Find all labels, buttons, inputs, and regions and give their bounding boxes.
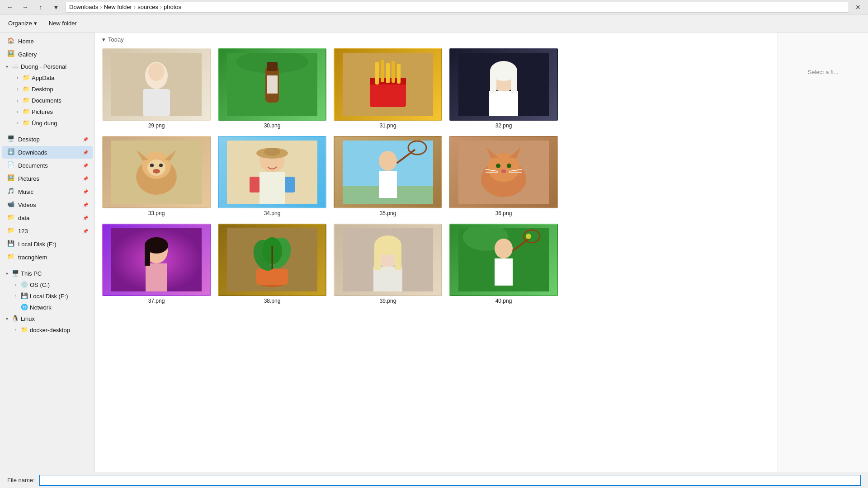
section-expand-icon[interactable]: ▾	[102, 36, 105, 43]
photo-thumb-38[interactable]	[218, 224, 326, 296]
svg-point-52	[507, 164, 511, 168]
photo-item-29[interactable]: 29.png	[102, 48, 211, 129]
photo-thumb-40[interactable]	[449, 224, 558, 296]
recent-button[interactable]: ▼	[50, 2, 62, 12]
os-c-icon: 💿	[21, 281, 28, 288]
photo-preview-38	[219, 225, 326, 295]
sidebar-item-network[interactable]: 🌐 Network	[0, 302, 94, 313]
sidebar-item-documents[interactable]: 📄 Documents 📌	[2, 159, 93, 172]
sidebar-item-localdisk-e2[interactable]: › 💾 Local Disk (E:)	[0, 291, 94, 301]
sidebar-item-gallery[interactable]: 🖼️ Gallery	[2, 48, 93, 61]
sidebar-gallery-label: Gallery	[18, 51, 88, 58]
sidebar-item-docker-desktop[interactable]: › 📁 docker-desktop	[0, 324, 94, 335]
localdisk-e2-label: Local Disk (E:)	[30, 293, 68, 300]
documents-cloud-expand-icon: ›	[14, 98, 21, 103]
pictures-pin-icon: 📌	[83, 176, 88, 181]
photo-item-33[interactable]: 33.png	[102, 136, 211, 216]
photo-thumb-29[interactable]	[102, 48, 211, 121]
photo-item-31[interactable]: 31.png	[334, 48, 442, 129]
photo-preview-34	[219, 137, 326, 207]
svg-point-42	[379, 151, 397, 171]
back-button[interactable]: ←	[4, 2, 16, 12]
photo-preview-29	[103, 49, 210, 120]
sidebar-item-data[interactable]: 📁 data 📌	[2, 211, 93, 224]
photo-item-38[interactable]: 38.png	[218, 224, 326, 304]
documents-pin-icon: 📌	[83, 163, 88, 168]
sidebar-item-pictures-cloud[interactable]: › 📁 Pictures	[0, 106, 94, 117]
photo-item-34[interactable]: 34.png	[218, 136, 326, 216]
pictures-icon: 🖼️	[7, 174, 15, 183]
music-pin-icon: 📌	[83, 189, 88, 194]
photo-item-39[interactable]: 39.png	[334, 224, 442, 304]
appdata-expand-icon: ›	[14, 75, 21, 80]
photo-thumb-34[interactable]	[218, 136, 326, 208]
photo-thumb-31[interactable]	[334, 48, 442, 121]
cloud-icon: ☁️	[12, 63, 19, 70]
documents-icon: 📄	[7, 161, 15, 169]
sidebar-item-desktop[interactable]: 🖥️ Desktop 📌	[2, 133, 93, 145]
photo-thumb-30[interactable]	[218, 48, 326, 121]
sidebar-item-documents-cloud[interactable]: › 📁 Documents	[0, 95, 94, 106]
photo-thumb-32[interactable]	[449, 48, 558, 121]
organize-button[interactable]: Organize ▾	[5, 18, 41, 28]
photo-item-30[interactable]: 30.png	[218, 48, 326, 129]
sidebar-item-pictures[interactable]: 🖼️ Pictures 📌	[2, 172, 93, 185]
svg-rect-3	[143, 89, 170, 116]
this-pc-icon: 🖥️	[12, 270, 19, 277]
svg-rect-23	[511, 71, 517, 94]
photo-item-37[interactable]: 37.png	[102, 224, 211, 304]
breadcrumb-newfolder[interactable]: New folder	[104, 4, 132, 10]
sidebar-item-this-pc[interactable]: ▾ 🖥️ This PC	[0, 268, 94, 279]
sidebar-item-home[interactable]: 🏠 Home	[2, 35, 93, 47]
breadcrumb-photos[interactable]: photos	[164, 4, 181, 10]
sidebar-item-tracnghiem[interactable]: 📁 tracnghiem	[2, 251, 93, 263]
svg-rect-17	[397, 64, 401, 84]
photo-preview-33	[103, 137, 210, 207]
sidebar-item-123[interactable]: 📁 123 📌	[2, 225, 93, 237]
sidebar-item-os-c[interactable]: › 💿 OS (C:)	[0, 279, 94, 290]
svg-rect-75	[395, 245, 401, 270]
svg-rect-79	[495, 258, 513, 286]
sidebar-item-linux[interactable]: ▾ 🐧 Linux	[0, 313, 94, 324]
cloud-label: Duong - Personal	[21, 63, 66, 70]
sidebar-item-ungdung[interactable]: › 📁 Úng dung	[0, 117, 94, 128]
photo-label-33: 33.png	[148, 210, 165, 216]
new-folder-button[interactable]: New folder	[45, 18, 80, 28]
photo-item-32[interactable]: 32.png	[449, 48, 558, 129]
photo-label-35: 35.png	[380, 210, 396, 216]
sidebar-item-appdata[interactable]: › 📁 AppData	[0, 72, 94, 83]
photo-grid: 29.png 30.png	[95, 45, 778, 472]
photo-item-36[interactable]: 36.png	[449, 136, 558, 216]
sidebar-item-localdisk-e[interactable]: 💾 Local Disk (E:)	[2, 238, 93, 250]
main-layout: 🏠 Home 🖼️ Gallery ▾ ☁️ Duong - Personal …	[0, 33, 868, 472]
sidebar-downloads-label: Downloads	[18, 149, 80, 156]
photo-preview-31	[335, 49, 441, 120]
this-pc-label: This PC	[21, 270, 42, 277]
videos-pin-icon: 📌	[83, 202, 88, 207]
forward-button[interactable]: →	[19, 2, 32, 12]
home-icon: 🏠	[7, 37, 15, 45]
breadcrumb[interactable]: Downloads › New folder › sources › photo…	[65, 2, 849, 13]
titlebar: ← → ↑ ▼ Downloads › New folder › sources…	[0, 0, 868, 14]
network-icon: 🌐	[21, 304, 28, 311]
sidebar-item-music[interactable]: 🎵 Music 📌	[2, 185, 93, 198]
up-button[interactable]: ↑	[34, 2, 47, 12]
photo-label-37: 37.png	[148, 298, 165, 304]
desktop-pin-icon: 📌	[83, 137, 88, 142]
photo-thumb-36[interactable]	[449, 136, 558, 208]
filename-input[interactable]	[39, 475, 861, 486]
collapse-button[interactable]: ✕	[852, 2, 864, 12]
photo-thumb-39[interactable]	[334, 224, 442, 296]
photo-item-40[interactable]: 40.png	[449, 224, 558, 304]
sidebar-item-downloads[interactable]: ⬇️ Downloads 📌	[2, 146, 93, 159]
breadcrumb-downloads[interactable]: Downloads	[69, 4, 98, 10]
svg-rect-16	[392, 61, 395, 83]
sidebar-item-desktop-cloud[interactable]: › 📁 Desktop	[0, 84, 94, 94]
photo-thumb-33[interactable]	[102, 136, 211, 208]
photo-item-35[interactable]: 35.png	[334, 136, 442, 216]
photo-thumb-37[interactable]	[102, 224, 211, 296]
sidebar-item-cloud[interactable]: ▾ ☁️ Duong - Personal	[0, 61, 94, 72]
sidebar-item-videos[interactable]: 📹 Videos 📌	[2, 198, 93, 211]
photo-thumb-35[interactable]	[334, 136, 442, 208]
breadcrumb-sources[interactable]: sources	[137, 4, 158, 10]
